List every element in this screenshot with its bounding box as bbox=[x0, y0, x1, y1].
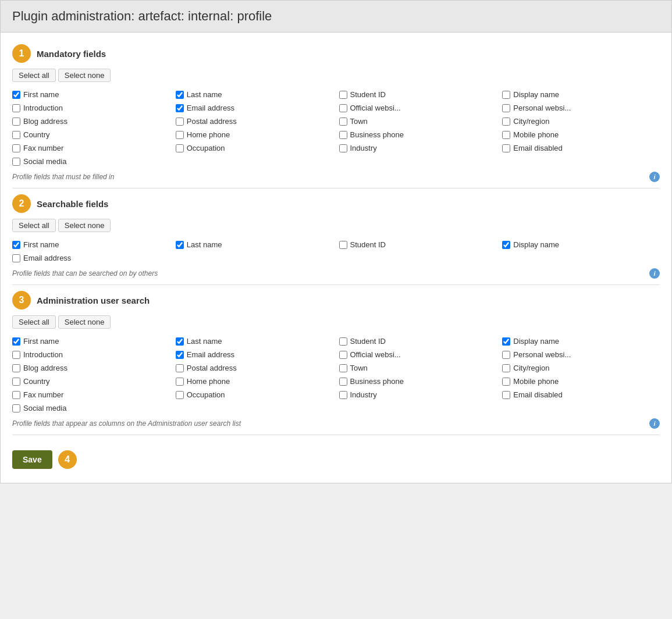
field-item-mandatory-11[interactable]: City/region bbox=[502, 117, 660, 126]
field-item-mandatory-20[interactable]: Social media bbox=[12, 157, 170, 166]
field-checkbox-mandatory-7[interactable] bbox=[502, 104, 510, 112]
field-item-admin-search-19[interactable]: Email disabled bbox=[502, 390, 660, 399]
field-checkbox-admin-search-20[interactable] bbox=[12, 404, 20, 412]
field-item-mandatory-5[interactable]: Email address bbox=[176, 104, 333, 112]
field-checkbox-admin-search-17[interactable] bbox=[176, 391, 184, 399]
field-item-admin-search-2[interactable]: Student ID bbox=[339, 337, 497, 346]
field-item-admin-search-7[interactable]: Personal websi... bbox=[502, 350, 660, 359]
field-checkbox-admin-search-4[interactable] bbox=[12, 351, 20, 359]
field-item-admin-search-12[interactable]: Country bbox=[12, 377, 170, 386]
field-checkbox-admin-search-18[interactable] bbox=[339, 391, 347, 399]
field-item-admin-search-14[interactable]: Business phone bbox=[339, 377, 497, 386]
field-item-mandatory-6[interactable]: Official websi... bbox=[339, 104, 497, 112]
info-icon-mandatory[interactable]: i bbox=[649, 172, 660, 182]
select-all-button-mandatory[interactable]: Select all bbox=[12, 69, 56, 82]
field-item-mandatory-17[interactable]: Occupation bbox=[176, 144, 333, 152]
field-item-mandatory-10[interactable]: Town bbox=[339, 117, 497, 126]
field-checkbox-mandatory-2[interactable] bbox=[339, 91, 347, 99]
field-checkbox-mandatory-16[interactable] bbox=[12, 144, 20, 152]
info-icon-searchable[interactable]: i bbox=[649, 268, 660, 279]
field-item-admin-search-5[interactable]: Email address bbox=[176, 350, 333, 359]
field-item-mandatory-1[interactable]: Last name bbox=[176, 90, 333, 99]
field-item-mandatory-2[interactable]: Student ID bbox=[339, 90, 497, 99]
field-checkbox-admin-search-7[interactable] bbox=[502, 351, 510, 359]
field-item-admin-search-1[interactable]: Last name bbox=[176, 337, 333, 346]
field-checkbox-searchable-1[interactable] bbox=[176, 241, 184, 249]
select-all-button-searchable[interactable]: Select all bbox=[12, 219, 56, 232]
field-item-admin-search-3[interactable]: Display name bbox=[502, 337, 660, 346]
field-checkbox-admin-search-1[interactable] bbox=[176, 337, 184, 346]
field-item-admin-search-15[interactable]: Mobile phone bbox=[502, 377, 660, 386]
field-checkbox-mandatory-5[interactable] bbox=[176, 104, 184, 112]
field-checkbox-admin-search-8[interactable] bbox=[12, 364, 20, 372]
field-item-mandatory-14[interactable]: Business phone bbox=[339, 130, 497, 139]
field-checkbox-searchable-2[interactable] bbox=[339, 241, 347, 249]
field-checkbox-mandatory-14[interactable] bbox=[339, 131, 347, 139]
field-item-searchable-1[interactable]: Last name bbox=[176, 240, 333, 249]
field-checkbox-admin-search-13[interactable] bbox=[176, 378, 184, 386]
field-item-admin-search-18[interactable]: Industry bbox=[339, 390, 497, 399]
field-item-mandatory-0[interactable]: First name bbox=[12, 90, 170, 99]
field-checkbox-admin-search-14[interactable] bbox=[339, 378, 347, 386]
field-item-searchable-0[interactable]: First name bbox=[12, 240, 170, 249]
field-checkbox-mandatory-13[interactable] bbox=[176, 131, 184, 139]
field-checkbox-admin-search-6[interactable] bbox=[339, 351, 347, 359]
field-checkbox-admin-search-12[interactable] bbox=[12, 378, 20, 386]
field-checkbox-mandatory-17[interactable] bbox=[176, 144, 184, 152]
field-checkbox-mandatory-6[interactable] bbox=[339, 104, 347, 112]
select-all-button-admin-search[interactable]: Select all bbox=[12, 315, 56, 329]
field-checkbox-mandatory-18[interactable] bbox=[339, 144, 347, 152]
field-checkbox-mandatory-0[interactable] bbox=[12, 91, 20, 99]
field-checkbox-mandatory-11[interactable] bbox=[502, 118, 510, 126]
field-checkbox-mandatory-15[interactable] bbox=[502, 131, 510, 139]
field-item-mandatory-9[interactable]: Postal address bbox=[176, 117, 333, 126]
field-item-admin-search-17[interactable]: Occupation bbox=[176, 390, 333, 399]
select-none-button-searchable[interactable]: Select none bbox=[58, 219, 111, 232]
field-item-admin-search-6[interactable]: Official websi... bbox=[339, 350, 497, 359]
field-checkbox-mandatory-3[interactable] bbox=[502, 91, 510, 99]
field-checkbox-mandatory-1[interactable] bbox=[176, 91, 184, 99]
field-checkbox-admin-search-19[interactable] bbox=[502, 391, 510, 399]
field-checkbox-admin-search-2[interactable] bbox=[339, 337, 347, 346]
field-item-admin-search-9[interactable]: Postal address bbox=[176, 364, 333, 372]
field-item-admin-search-8[interactable]: Blog address bbox=[12, 364, 170, 372]
field-item-admin-search-20[interactable]: Social media bbox=[12, 404, 170, 412]
field-checkbox-searchable-0[interactable] bbox=[12, 241, 20, 249]
field-item-mandatory-16[interactable]: Fax number bbox=[12, 144, 170, 152]
field-item-mandatory-12[interactable]: Country bbox=[12, 130, 170, 139]
field-checkbox-admin-search-3[interactable] bbox=[502, 337, 510, 346]
save-button[interactable]: Save bbox=[12, 450, 52, 469]
field-item-searchable-4[interactable]: Email address bbox=[12, 254, 170, 262]
field-item-admin-search-16[interactable]: Fax number bbox=[12, 390, 170, 399]
field-checkbox-mandatory-20[interactable] bbox=[12, 158, 20, 166]
field-item-mandatory-8[interactable]: Blog address bbox=[12, 117, 170, 126]
field-checkbox-mandatory-19[interactable] bbox=[502, 144, 510, 152]
field-item-admin-search-0[interactable]: First name bbox=[12, 337, 170, 346]
field-checkbox-mandatory-12[interactable] bbox=[12, 131, 20, 139]
field-checkbox-admin-search-15[interactable] bbox=[502, 378, 510, 386]
field-item-mandatory-7[interactable]: Personal websi... bbox=[502, 104, 660, 112]
field-item-searchable-2[interactable]: Student ID bbox=[339, 240, 497, 249]
field-item-mandatory-18[interactable]: Industry bbox=[339, 144, 497, 152]
field-checkbox-mandatory-4[interactable] bbox=[12, 104, 20, 112]
field-item-mandatory-3[interactable]: Display name bbox=[502, 90, 660, 99]
field-checkbox-admin-search-10[interactable] bbox=[339, 364, 347, 372]
field-checkbox-searchable-3[interactable] bbox=[502, 241, 510, 249]
field-checkbox-mandatory-8[interactable] bbox=[12, 118, 20, 126]
field-item-admin-search-4[interactable]: Introduction bbox=[12, 350, 170, 359]
field-checkbox-mandatory-10[interactable] bbox=[339, 118, 347, 126]
field-checkbox-admin-search-9[interactable] bbox=[176, 364, 184, 372]
select-none-button-admin-search[interactable]: Select none bbox=[58, 315, 111, 329]
field-item-admin-search-13[interactable]: Home phone bbox=[176, 377, 333, 386]
field-checkbox-admin-search-0[interactable] bbox=[12, 337, 20, 346]
field-item-mandatory-19[interactable]: Email disabled bbox=[502, 144, 660, 152]
field-item-admin-search-10[interactable]: Town bbox=[339, 364, 497, 372]
field-item-searchable-3[interactable]: Display name bbox=[502, 240, 660, 249]
field-item-mandatory-15[interactable]: Mobile phone bbox=[502, 130, 660, 139]
select-none-button-mandatory[interactable]: Select none bbox=[58, 69, 111, 82]
field-checkbox-searchable-4[interactable] bbox=[12, 254, 20, 262]
field-checkbox-mandatory-9[interactable] bbox=[176, 118, 184, 126]
field-checkbox-admin-search-11[interactable] bbox=[502, 364, 510, 372]
field-item-mandatory-13[interactable]: Home phone bbox=[176, 130, 333, 139]
field-item-admin-search-11[interactable]: City/region bbox=[502, 364, 660, 372]
